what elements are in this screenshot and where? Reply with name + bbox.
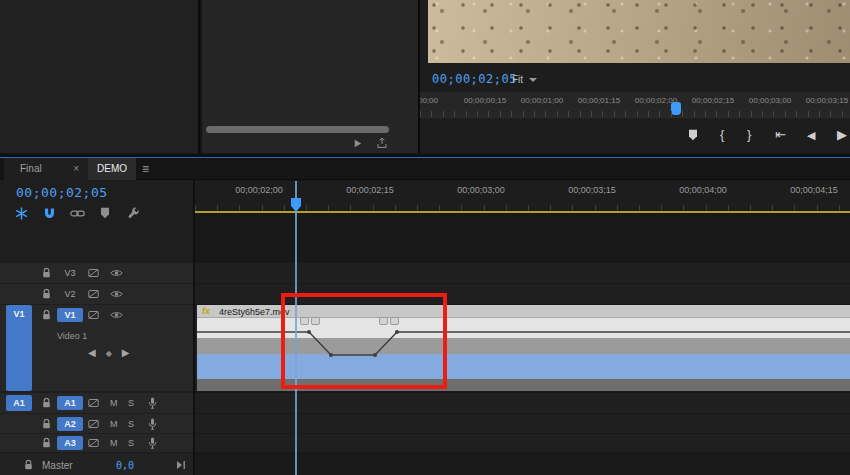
timeline-panel: Final × DEMO ≡ 00;00;02;05 — [0, 155, 850, 475]
export-frame-icon[interactable] — [376, 137, 388, 149]
left-panel-secondary — [202, 0, 418, 153]
lock-icon[interactable] — [42, 438, 51, 449]
add-keyframe-button[interactable]: ◆ — [106, 349, 112, 358]
linked-selection-icon[interactable] — [68, 204, 86, 222]
track-header-v1: V1 V1 Video 1 ◀◆▶ — [0, 305, 193, 391]
transport-controls: { } ⇤ ◀ ▶ — [420, 117, 850, 153]
add-marker-icon[interactable] — [688, 129, 698, 141]
ruler-label: 00;00 — [420, 96, 438, 105]
track-header-a2: A2 M S — [0, 414, 193, 433]
master-track-label: Master — [42, 459, 73, 470]
track-header-a3: A3 M S — [0, 434, 193, 452]
solo-button[interactable]: S — [128, 419, 134, 429]
go-to-in-button[interactable]: ⇤ — [775, 127, 786, 143]
ruler-label: 00;00;04;15 — [790, 185, 838, 195]
mic-icon[interactable] — [148, 397, 157, 409]
mark-out-button[interactable]: } — [747, 127, 751, 143]
panel-focus-border — [0, 157, 850, 158]
add-marker-icon[interactable] — [96, 204, 114, 222]
track-name-label: Video 1 — [57, 331, 87, 341]
track-content-a1[interactable] — [195, 393, 850, 413]
track-header-master: Master 0,0 — [0, 454, 193, 475]
play-button[interactable]: ▶ — [837, 127, 847, 143]
track-content-a2[interactable] — [195, 414, 850, 433]
timeline-settings-wrench-icon[interactable] — [124, 204, 142, 222]
monitor-playhead[interactable] — [671, 102, 681, 115]
lock-icon[interactable] — [24, 459, 33, 470]
close-icon[interactable]: × — [73, 158, 79, 180]
nest-sequences-icon[interactable] — [12, 204, 30, 222]
ruler-label: 00;00;02;15 — [346, 185, 394, 195]
left-panel — [0, 0, 200, 153]
lock-icon[interactable] — [42, 289, 51, 300]
sync-lock-icon[interactable] — [88, 438, 99, 448]
next-keyframe-button[interactable]: ▶ — [122, 347, 130, 358]
ruler-label: 00;00;03;15 — [568, 185, 616, 195]
track-target-button-v3[interactable]: V3 — [57, 266, 83, 280]
mark-in-button[interactable]: { — [720, 127, 724, 143]
lock-icon[interactable] — [42, 398, 51, 409]
master-gain-value[interactable]: 0,0 — [116, 459, 134, 470]
eye-icon[interactable] — [110, 290, 123, 299]
track-header-a1: A1 A1 M S — [0, 393, 193, 413]
ruler-label: 00;00;04;00 — [679, 185, 727, 195]
lock-icon[interactable] — [42, 268, 51, 279]
annotation-highlight-rectangle — [281, 293, 447, 389]
solo-button[interactable]: S — [128, 438, 134, 448]
ruler-label: 00;00;03;00 — [457, 185, 505, 195]
ruler-label: 00;00;01;15 — [578, 96, 620, 105]
timeline-body: 00;00;02;05 00;00;02;00 00;00;02;15 00;0… — [0, 180, 850, 475]
sync-lock-icon[interactable] — [88, 398, 99, 408]
mute-button[interactable]: M — [110, 419, 118, 429]
program-monitor: 00;00;02;05 Fit 00;00 00;00;00;15 00;00;… — [418, 0, 850, 153]
sync-lock-icon[interactable] — [88, 289, 99, 299]
ruler-label: 00;00;00;15 — [464, 96, 506, 105]
ruler-label: 00;00;02;15 — [692, 96, 734, 105]
monitor-time-ruler[interactable]: 00;00 00;00;00;15 00;00;01;00 00;00;01;1… — [420, 92, 850, 117]
solo-button[interactable]: S — [128, 398, 134, 408]
source-patch-a1[interactable]: A1 — [6, 395, 32, 411]
mute-button[interactable]: M — [110, 438, 118, 448]
track-content-a3[interactable] — [195, 434, 850, 452]
track-target-button-v1[interactable]: V1 — [57, 308, 83, 322]
ruler-label: 00;00;03;15 — [806, 96, 848, 105]
lock-icon[interactable] — [42, 310, 51, 321]
track-target-button-a2[interactable]: A2 — [57, 417, 83, 431]
panel-menu-icon[interactable]: ≡ — [142, 158, 149, 180]
sync-lock-icon[interactable] — [88, 310, 99, 320]
sync-lock-icon[interactable] — [88, 268, 99, 278]
timeline-tab-bar: Final × DEMO ≡ — [0, 158, 850, 180]
lock-icon[interactable] — [42, 418, 51, 429]
program-video-frame — [428, 0, 850, 63]
track-target-button-v2[interactable]: V2 — [57, 287, 83, 301]
track-header-v2: V2 — [0, 284, 193, 304]
track-target-button-a3[interactable]: A3 — [57, 436, 83, 450]
mic-icon[interactable] — [148, 418, 157, 430]
ruler-label: 00;00;02;00 — [235, 185, 283, 195]
horizontal-scrollbar[interactable] — [206, 126, 389, 133]
go-to-end-icon[interactable] — [176, 460, 186, 470]
keyframe-navigator: ◀◆▶ — [88, 347, 140, 358]
step-back-button[interactable]: ◀ — [807, 127, 815, 143]
eye-icon[interactable] — [110, 311, 123, 320]
play-icon[interactable] — [352, 138, 363, 149]
eye-icon[interactable] — [110, 269, 123, 278]
timeline-timecode[interactable]: 00;00;02;05 — [16, 185, 108, 200]
track-target-button-a1[interactable]: A1 — [57, 396, 83, 410]
work-area-bar[interactable] — [195, 211, 850, 213]
prev-keyframe-button[interactable]: ◀ — [88, 347, 96, 358]
chevron-down-icon — [529, 78, 537, 82]
mute-button[interactable]: M — [110, 398, 118, 408]
mic-icon[interactable] — [148, 437, 157, 449]
tab-demo[interactable]: DEMO — [88, 158, 136, 180]
track-content-v3[interactable] — [195, 263, 850, 283]
ruler-label: 00;00;03;00 — [749, 96, 791, 105]
sync-lock-icon[interactable] — [88, 419, 99, 429]
premiere-workspace: 00;00;02;05 Fit 00;00 00;00;00;15 00;00;… — [0, 0, 850, 475]
track-header-v3: V3 — [0, 263, 193, 283]
zoom-level-dropdown[interactable]: Fit — [512, 74, 537, 85]
track-content-master[interactable] — [195, 454, 850, 475]
snap-magnet-icon[interactable] — [40, 204, 58, 222]
monitor-timecode[interactable]: 00;00;02;05 — [432, 72, 517, 86]
tab-final[interactable]: Final × — [4, 158, 88, 180]
